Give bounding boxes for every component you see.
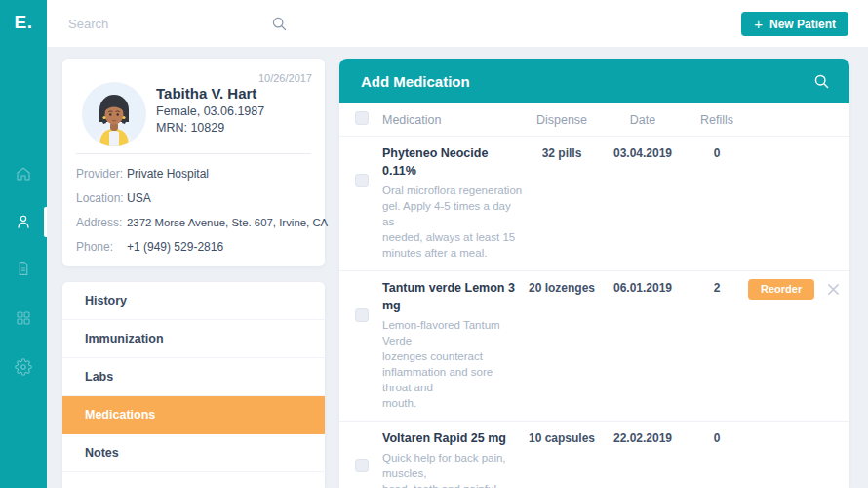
sidebar: E. [0, 0, 47, 488]
info-row-provider: Provider: Private Hospital [76, 161, 319, 185]
info-value: Private Hospital [127, 167, 209, 181]
info-label: Phone: [76, 240, 127, 254]
refills-value: 0 [686, 429, 748, 447]
nav-label: Labs [85, 370, 113, 384]
search-icon[interactable] [812, 72, 830, 90]
column-header-dispense: Dispense [524, 113, 600, 127]
info-value: +1 (949) 529-2816 [127, 240, 223, 254]
row-checkbox[interactable] [355, 459, 369, 472]
date-value: 06.01.2019 [600, 279, 686, 297]
nav-label: Notes [85, 446, 119, 460]
close-icon[interactable] [827, 283, 840, 296]
refills-value: 2 [686, 279, 748, 297]
medication-description: Quick help for back pain, muscles, head,… [382, 450, 524, 488]
row-checkbox[interactable] [355, 174, 369, 187]
panel-title: Add Medication [361, 73, 812, 90]
medication-name: Phyteneo Neocide 0.11% [382, 144, 524, 180]
date-value: 03.04.2019 [600, 144, 686, 162]
nav-item-labs[interactable]: Labs [62, 358, 325, 396]
patient-mrn: MRN: 10829 [156, 121, 224, 135]
nav-item-immunization[interactable]: Immunization [62, 320, 325, 358]
app-logo: E. [0, 0, 47, 33]
nav-label: Medications [85, 408, 155, 422]
search-icon[interactable] [270, 15, 288, 32]
nav-label: Immunization [85, 332, 164, 346]
plus-icon: + [754, 17, 763, 31]
medication-description: Lemon-flavored Tantum Verde lozenges cou… [382, 317, 524, 411]
nav-item-partial [62, 472, 325, 488]
medication-row: Tantum verde Lemon 3 mg Lemon-flavored T… [339, 271, 849, 422]
medication-name: Voltaren Rapid 25 mg [382, 429, 524, 447]
row-checkbox[interactable] [355, 308, 369, 322]
info-row-address: Address: 2372 Morse Avenue, Ste. 607, Ir… [76, 210, 319, 234]
active-nav-indicator [44, 207, 47, 237]
patient-info-list: Provider: Private Hospital Location: USA… [76, 161, 319, 259]
medication-name: Tantum verde Lemon 3 mg [382, 279, 524, 314]
sidebar-item-documents[interactable] [0, 260, 47, 277]
patient-section-nav: History Immunization Labs Medications No… [62, 282, 325, 488]
nav-label: History [85, 294, 127, 307]
column-header-medication: Medication [382, 113, 524, 127]
select-all-checkbox[interactable] [355, 111, 369, 125]
document-icon [15, 260, 32, 277]
medication-panel: Add Medication Medication Dispense Date … [339, 59, 849, 488]
record-date: 10/26/2017 [258, 72, 312, 84]
nav-item-notes[interactable]: Notes [62, 434, 325, 472]
info-row-location: Location: USA [76, 185, 319, 210]
row-actions: Reorder [748, 279, 840, 299]
avatar [82, 82, 146, 146]
gear-icon [15, 358, 32, 376]
medication-row: Voltaren Rapid 25 mg Quick help for back… [339, 422, 849, 488]
info-row-phone: Phone: +1 (949) 529-2816 [76, 234, 319, 259]
grid-icon [15, 309, 32, 327]
search-input[interactable] [68, 0, 263, 47]
column-header-date: Date [600, 113, 686, 127]
app-root: E. [0, 0, 868, 488]
person-icon [15, 213, 32, 230]
info-label: Provider: [76, 167, 127, 181]
new-patient-label: New Patient [769, 18, 836, 31]
topbar: + New Patient [47, 0, 868, 47]
refills-value: 0 [686, 144, 748, 162]
panel-header: Add Medication [339, 59, 849, 103]
new-patient-button[interactable]: + New Patient [741, 12, 848, 36]
column-header-refills: Refills [686, 113, 748, 127]
nav-item-medications[interactable]: Medications [62, 396, 325, 434]
medication-row: Phyteneo Neocide 0.11% Oral microflora r… [339, 137, 849, 271]
dispense-value: 10 capsules [524, 429, 600, 447]
nav-item-history[interactable]: History [62, 282, 325, 320]
patient-demographics: Female, 03.06.1987 [156, 104, 264, 118]
patient-card: 10/26/2017 [62, 59, 325, 266]
info-value: USA [127, 191, 151, 205]
dispense-value: 20 lozenges [524, 279, 600, 297]
patient-name: Tabitha V. Hart [156, 85, 256, 102]
info-value: 2372 Morse Avenue, Ste. 607, Irvine, CA [127, 217, 328, 228]
home-icon [15, 165, 32, 183]
reorder-button[interactable]: Reorder [748, 279, 814, 300]
sidebar-item-dashboard[interactable] [0, 309, 47, 327]
sidebar-item-settings[interactable] [0, 358, 47, 376]
dispense-value: 32 pills [524, 144, 600, 162]
info-label: Address: [76, 216, 127, 229]
card-divider [76, 153, 311, 154]
sidebar-item-home[interactable] [0, 165, 47, 183]
date-value: 22.02.2019 [600, 429, 686, 447]
medication-description: Oral microflora regeneration gel. Apply … [382, 183, 524, 261]
info-label: Location: [76, 191, 127, 205]
table-header: Medication Dispense Date Refills [339, 103, 849, 137]
sidebar-item-patients[interactable] [0, 213, 47, 230]
